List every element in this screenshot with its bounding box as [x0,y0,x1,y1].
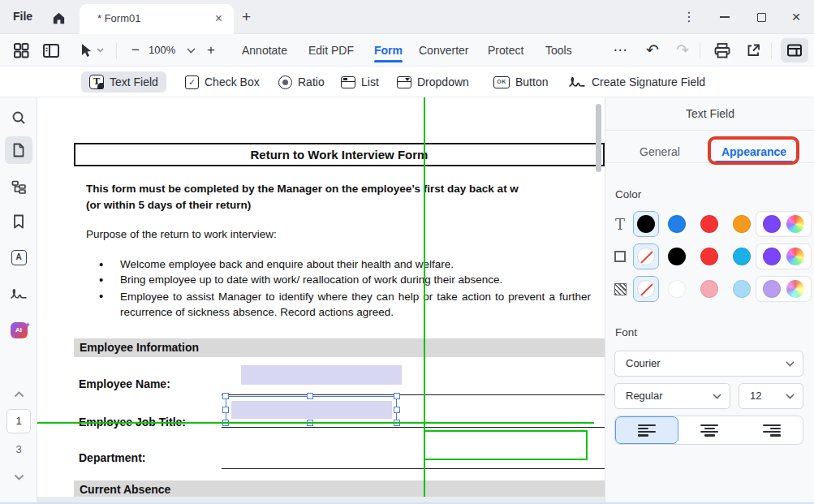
rainbow-color-picker-icon[interactable] [786,248,804,265]
resize-handle-nw[interactable] [222,393,229,399]
toolbar-divider [700,42,700,58]
close-window-button[interactable]: × [782,5,810,29]
titlebar-menu-icon[interactable]: ⋮ [680,7,698,27]
color-swatch[interactable] [700,248,718,265]
split-view-button[interactable] [41,41,62,60]
tool-create-signature-field[interactable]: Create Signature Field [568,67,705,97]
select-tool-button[interactable] [75,41,96,60]
zoom-out-button[interactable]: − [126,40,145,61]
rainbow-color-picker-icon[interactable] [786,280,804,298]
maximize-icon [757,13,766,22]
no-color-swatch [637,248,655,265]
sidebar-signatures[interactable] [5,280,32,308]
tool-dropdown[interactable]: Dropdown [397,67,469,97]
color-swatch[interactable] [733,280,751,298]
panel-layout-icon [786,43,803,58]
file-menu[interactable]: File [13,10,32,23]
selected-color-swatch[interactable] [633,243,659,269]
fill-color-row [605,276,814,302]
vertical-scrollbar[interactable] [596,104,601,172]
color-swatch[interactable] [668,248,686,265]
text-field-icon: T [89,75,104,89]
text-field-employee-name[interactable] [241,365,402,385]
menu-form[interactable]: Form [374,34,403,67]
maximize-button[interactable] [747,5,775,29]
sidebar-ai-assistant[interactable]: AI [5,317,32,344]
page-icon [11,142,26,158]
resize-handle-n[interactable] [307,393,313,399]
bookmark-icon [12,213,25,230]
redo-button[interactable]: ↷ [673,40,692,61]
zoom-dropdown[interactable] [180,41,201,60]
selected-color-swatch[interactable] [633,276,659,302]
color-swatch[interactable] [668,280,686,298]
tool-button[interactable]: OK Button [493,67,548,97]
menu-edit-pdf[interactable]: Edit PDF [308,34,354,67]
page-up-button[interactable] [0,386,37,401]
tab-close-icon[interactable]: × [215,11,222,27]
color-swatch[interactable] [733,215,751,233]
color-swatch[interactable] [763,280,781,298]
menu-tools[interactable]: Tools [545,34,572,67]
zoom-in-button[interactable]: + [201,40,221,61]
selected-text-field[interactable] [226,396,397,423]
grid-view-button[interactable] [11,41,32,60]
color-swatch[interactable] [763,215,781,233]
share-export-button[interactable] [743,41,764,60]
font-size-value: 12 [750,390,761,402]
panel-title: Text Field [605,107,814,120]
current-page-input[interactable]: 1 [6,409,31,433]
font-family-select[interactable]: Courier [614,351,803,377]
section-current-absence: Current Absence [74,480,605,498]
minimize-button[interactable] [711,5,739,29]
document-canvas[interactable]: Return to Work Interview Form This form … [37,97,605,504]
color-swatch[interactable] [763,248,781,265]
color-swatch[interactable] [700,215,718,233]
font-style-select[interactable]: Regular [614,383,730,409]
page-down-button[interactable] [0,469,37,484]
new-tab-button[interactable]: + [242,6,251,28]
color-swatch[interactable] [733,248,751,265]
menu-converter[interactable]: Converter [419,34,468,67]
doc-intro-line: (or within 5 days of their return) [86,199,251,211]
tool-check-box[interactable]: ✓ Check Box [185,67,260,97]
rainbow-color-picker-icon[interactable] [786,215,804,233]
tool-text-field[interactable]: T Text Field [81,71,166,93]
align-right-button[interactable] [741,416,803,444]
tool-label: List [361,75,379,88]
resize-handle-ne[interactable] [394,393,400,399]
panel-toggle-button[interactable] [781,38,808,62]
next-page-number[interactable]: 3 [0,443,37,455]
document-tab[interactable]: * Form01 × [80,4,234,34]
color-swatch[interactable] [700,280,718,298]
dropdown-field-icon [397,76,411,88]
zoom-level[interactable]: 100% [149,44,175,56]
selected-color-swatch[interactable] [633,211,659,237]
more-tools-button[interactable]: ⋯ [610,40,630,61]
resize-handle-e[interactable] [394,407,400,413]
home-button[interactable] [47,7,70,28]
align-left-button[interactable] [615,416,678,444]
font-size-select[interactable]: 12 [739,383,803,409]
color-swatch[interactable] [668,215,686,233]
menu-annotate[interactable]: Annotate [242,34,287,67]
menu-protect[interactable]: Protect [488,34,523,67]
outline-tree-icon [11,179,27,195]
sidebar-search[interactable] [5,104,32,131]
tool-list[interactable]: List [341,67,379,97]
text-field-fill [231,401,392,419]
align-center-button[interactable] [678,416,740,444]
sidebar-annotations[interactable]: A [5,243,32,271]
tool-ratio[interactable]: Ratio [278,67,325,97]
undo-button[interactable]: ↶ [643,40,662,61]
grid-icon [12,41,30,59]
sidebar-outline[interactable] [5,173,32,200]
sidebar-thumbnails[interactable] [5,136,32,164]
sidebar-bookmarks[interactable] [5,208,32,235]
select-tool-dropdown[interactable] [94,41,106,60]
pdf-editor-window: File * Form01 × + ⋮ × − 100% [0,0,814,504]
doc-intro-line: This form must be completed by the Manag… [86,183,519,195]
tab-general[interactable]: General [627,143,692,162]
resize-handle-w[interactable] [222,407,229,413]
print-button[interactable] [712,41,733,60]
